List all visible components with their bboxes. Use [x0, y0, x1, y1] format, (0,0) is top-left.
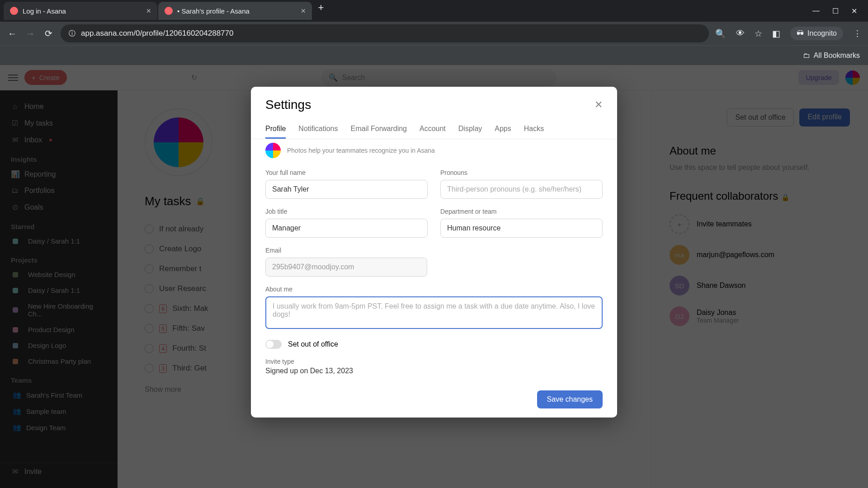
invite-type-label: Invite type — [265, 358, 603, 365]
all-bookmarks-button[interactable]: All Bookmarks — [814, 52, 860, 60]
tab-asana-login[interactable]: Log in - Asana × — [4, 2, 157, 20]
window-controls: — ☐ ✕ — [812, 7, 864, 15]
search-icon[interactable]: 🔍 — [715, 28, 726, 39]
settings-modal: Settings ✕ Profile Notifications Email F… — [251, 87, 617, 418]
jobtitle-input[interactable] — [265, 219, 428, 238]
signed-up-text: Signed up on Dec 13, 2023 — [265, 367, 603, 375]
tab-email-forwarding[interactable]: Email Forwarding — [351, 120, 407, 139]
reload-icon[interactable]: ⟳ — [42, 28, 54, 39]
email-label: Email — [265, 247, 427, 254]
tab-apps[interactable]: Apps — [495, 120, 511, 139]
eye-off-icon[interactable]: 👁 — [736, 28, 745, 38]
close-window-icon[interactable]: ✕ — [851, 7, 857, 15]
close-icon[interactable]: ✕ — [594, 99, 603, 111]
site-info-icon[interactable]: ⓘ — [69, 29, 75, 38]
favicon-icon — [165, 7, 173, 15]
incognito-label: Incognito — [807, 29, 837, 38]
department-label: Department or team — [440, 208, 603, 215]
close-icon[interactable]: × — [146, 6, 151, 16]
ooo-toggle[interactable] — [265, 340, 282, 349]
forward-icon[interactable]: → — [24, 28, 36, 39]
modal-tabs: Profile Notifications Email Forwarding A… — [251, 116, 617, 139]
back-icon[interactable]: ← — [6, 28, 18, 39]
folder-icon: 🗀 — [803, 52, 810, 60]
sidepanel-icon[interactable]: ◧ — [772, 28, 780, 39]
address-bar[interactable]: ⓘ app.asana.com/0/profile/12061602042887… — [61, 24, 709, 42]
fullname-input[interactable] — [265, 180, 428, 199]
maximize-icon[interactable]: ☐ — [832, 7, 839, 15]
pronouns-input[interactable] — [440, 180, 603, 199]
modal-title: Settings — [265, 98, 594, 112]
about-label: About me — [265, 286, 603, 293]
tab-profile[interactable]: Profile — [265, 120, 286, 139]
browser-toolbar: ← → ⟳ ⓘ app.asana.com/0/profile/12061602… — [0, 22, 868, 45]
tab-strip: Log in - Asana × • Sarah's profile - Asa… — [4, 2, 812, 20]
menu-icon[interactable]: ⋮ — [853, 28, 862, 39]
modal-overlay: Settings ✕ Profile Notifications Email F… — [0, 65, 868, 488]
bookmarks-bar: 🗀 All Bookmarks — [0, 45, 868, 65]
incognito-badge[interactable]: 🕶 Incognito — [790, 27, 843, 40]
photo-hint-row: Photos help your teammates recognize you… — [265, 143, 603, 158]
favicon-icon — [10, 7, 18, 15]
url-text: app.asana.com/0/profile/1206160204288770 — [81, 29, 233, 38]
new-tab-button[interactable]: + — [313, 2, 329, 20]
ooo-toggle-row: Set out of office — [265, 340, 603, 349]
incognito-icon: 🕶 — [797, 29, 804, 38]
minimize-icon[interactable]: — — [812, 7, 820, 15]
star-icon[interactable]: ☆ — [755, 28, 762, 39]
about-textarea[interactable] — [265, 296, 603, 329]
photo-hint-text: Photos help your teammates recognize you… — [287, 147, 435, 154]
avatar-thumb[interactable] — [265, 143, 281, 158]
browser-titlebar: Log in - Asana × • Sarah's profile - Asa… — [0, 0, 868, 22]
department-input[interactable] — [440, 219, 603, 238]
modal-body: Photos help your teammates recognize you… — [251, 139, 617, 418]
fullname-label: Your full name — [265, 169, 428, 176]
ooo-label: Set out of office — [288, 340, 338, 348]
tab-account[interactable]: Account — [420, 120, 446, 139]
tab-asana-profile[interactable]: • Sarah's profile - Asana × — [158, 2, 312, 20]
close-icon[interactable]: × — [301, 6, 306, 16]
tab-title: Log in - Asana — [23, 7, 66, 15]
pronouns-label: Pronouns — [440, 169, 603, 176]
tab-notifications[interactable]: Notifications — [298, 120, 338, 139]
tab-display[interactable]: Display — [458, 120, 482, 139]
save-changes-button[interactable]: Save changes — [537, 390, 603, 408]
jobtitle-label: Job title — [265, 208, 428, 215]
tab-hacks[interactable]: Hacks — [524, 120, 544, 139]
email-input — [265, 258, 427, 277]
tab-title: • Sarah's profile - Asana — [177, 7, 250, 15]
